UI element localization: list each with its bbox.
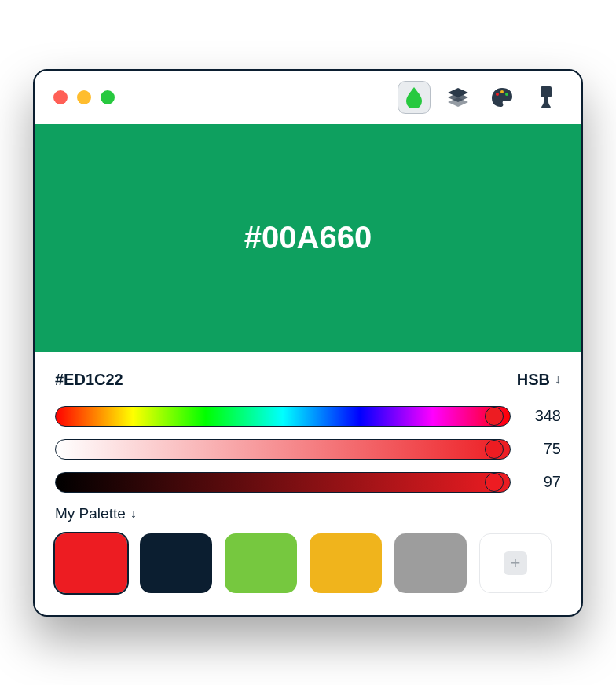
layers-icon <box>447 87 469 108</box>
brightness-row: 97 <box>55 472 561 493</box>
hue-value: 348 <box>525 407 561 425</box>
tool-palette[interactable] <box>486 81 519 114</box>
current-hex[interactable]: #ED1C22 <box>55 371 123 389</box>
palette-swatch[interactable] <box>394 533 467 593</box>
saturation-thumb[interactable] <box>485 440 504 459</box>
drop-icon <box>405 86 423 108</box>
palette-swatch[interactable] <box>225 533 297 593</box>
svg-point-4 <box>500 90 504 93</box>
color-picker-window: #00A660 #ED1C22 HSB ↓ 348 75 97 <box>33 69 583 617</box>
palette-swatch[interactable] <box>55 533 127 593</box>
svg-rect-7 <box>544 97 548 101</box>
palette-swatch[interactable] <box>140 533 212 593</box>
chevron-down-icon: ↓ <box>130 507 137 521</box>
tool-brush[interactable] <box>530 81 563 114</box>
palette-selector[interactable]: My Palette ↓ <box>55 505 561 522</box>
palette-name: My Palette <box>55 505 126 522</box>
saturation-row: 75 <box>55 439 561 460</box>
preview-hex-label: #00A660 <box>244 220 372 255</box>
close-window-button[interactable] <box>53 90 68 104</box>
saturation-slider[interactable] <box>55 439 511 460</box>
palette-swatches: + <box>55 533 561 593</box>
add-swatch-button[interactable]: + <box>479 533 552 593</box>
titlebar <box>35 71 581 124</box>
color-mode-selector[interactable]: HSB ↓ <box>517 371 561 389</box>
hue-row: 348 <box>55 406 561 427</box>
tool-layers[interactable] <box>442 81 475 114</box>
svg-point-3 <box>496 93 499 96</box>
minimize-window-button[interactable] <box>77 90 91 104</box>
color-preview: #00A660 <box>35 124 581 352</box>
brightness-slider[interactable] <box>55 472 511 493</box>
brush-icon <box>537 86 556 109</box>
palette-swatch[interactable] <box>310 533 382 593</box>
toolbar <box>398 81 563 114</box>
palette-icon <box>490 86 514 108</box>
color-mode-label: HSB <box>517 371 550 389</box>
brightness-thumb[interactable] <box>485 473 504 492</box>
svg-rect-6 <box>541 86 552 97</box>
tool-eyedropper[interactable] <box>398 81 431 114</box>
brightness-value: 97 <box>525 473 561 491</box>
saturation-value: 75 <box>525 440 561 458</box>
value-header-row: #ED1C22 HSB ↓ <box>55 371 561 389</box>
hue-slider[interactable] <box>55 406 511 427</box>
hue-thumb[interactable] <box>485 407 504 426</box>
plus-icon: + <box>504 551 527 575</box>
maximize-window-button[interactable] <box>101 90 115 104</box>
controls-panel: #ED1C22 HSB ↓ 348 75 97 My Palett <box>35 352 581 615</box>
svg-point-5 <box>505 93 508 96</box>
window-controls <box>53 90 115 104</box>
chevron-down-icon: ↓ <box>555 372 561 386</box>
